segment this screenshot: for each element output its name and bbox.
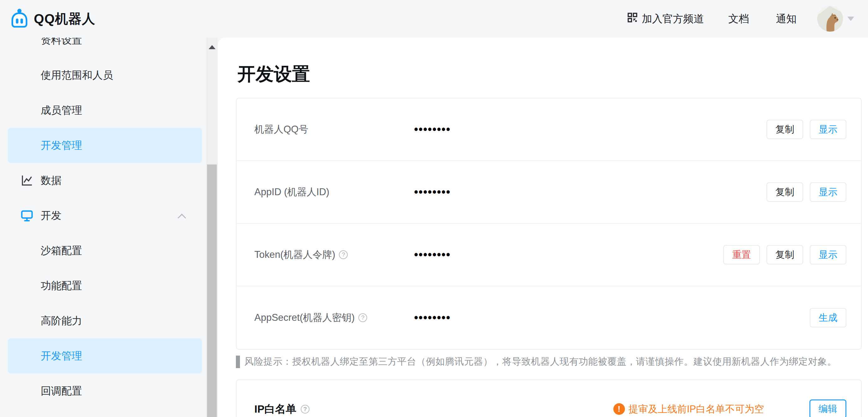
generate-button[interactable]: 生成	[810, 308, 846, 327]
row-label: Token(机器人令牌) ?	[254, 248, 414, 261]
risk-tip-bar	[236, 356, 240, 368]
masked-value: ••••••••	[414, 185, 451, 199]
warning-exclamation-icon: !	[613, 403, 625, 415]
robot-logo-icon	[9, 8, 29, 29]
show-button[interactable]: 显示	[810, 120, 846, 139]
sidebar-item-dev-management-1[interactable]: 开发管理	[8, 128, 202, 163]
risk-tip: 风险提示：授权机器人绑定至第三方平台（例如腾讯元器），将导致机器人现有功能被覆盖…	[236, 355, 862, 368]
row-label: AppID (机器人ID)	[254, 185, 414, 199]
reset-button[interactable]: 重置	[723, 245, 760, 264]
ip-whitelist-row: IP白名单 ? ! 提审及上线前IP白名单不可为空 编辑	[237, 380, 861, 417]
setting-row-appid: AppID (机器人ID) •••••••• 复制 显示	[237, 161, 861, 224]
sidebar-item-advanced-ability[interactable]: 高阶能力	[8, 303, 202, 338]
sidebar-item-dev-management-2[interactable]: 开发管理	[8, 338, 202, 374]
help-icon[interactable]: ?	[358, 313, 367, 322]
warning-text: 提审及上线前IP白名单不可为空	[629, 403, 764, 416]
sidebar-item-label: 使用范围和人员	[41, 68, 113, 82]
setting-row-token: Token(机器人令牌) ? •••••••• 重置 复制 显示	[237, 224, 861, 286]
main-content: 开发设置 机器人QQ号 •••••••• 复制 显示 AppID (机器人ID)…	[218, 38, 868, 417]
ip-whitelist-warning: ! 提审及上线前IP白名单不可为空	[613, 403, 764, 416]
nav-notice-label: 通知	[776, 12, 797, 26]
sidebar-item-feature-config[interactable]: 功能配置	[8, 268, 202, 303]
copy-button[interactable]: 复制	[767, 182, 803, 202]
dev-settings-card: 机器人QQ号 •••••••• 复制 显示 AppID (机器人ID) ••••…	[236, 98, 862, 350]
sidebar-item-label: 资料设置	[41, 38, 82, 47]
masked-value: ••••••••	[414, 123, 451, 136]
masked-value: ••••••••	[414, 311, 451, 324]
row-label: 机器人QQ号	[254, 123, 414, 136]
sidebar-item-data[interactable]: 数据	[8, 163, 202, 198]
app-logo: QQ机器人	[9, 8, 95, 29]
row-label: AppSecret(机器人密钥) ?	[254, 311, 414, 324]
copy-button[interactable]: 复制	[767, 120, 803, 139]
sidebar-item-label: 功能配置	[41, 279, 82, 293]
risk-tip-text: 风险提示：授权机器人绑定至第三方平台（例如腾讯元器），将导致机器人现有功能被覆盖…	[244, 355, 837, 368]
avatar-dropdown-caret[interactable]	[847, 17, 854, 21]
sidebar-nav: 资料设置 使用范围和人员 成员管理 开发管理	[0, 38, 206, 417]
help-icon[interactable]: ?	[301, 405, 309, 414]
ip-whitelist-title: IP白名单 ?	[254, 402, 309, 416]
nav-notice[interactable]: 通知	[776, 12, 797, 26]
nav-join-channel[interactable]: 加入官方频道	[627, 12, 704, 26]
chevron-up-icon[interactable]	[179, 214, 186, 220]
nav-docs[interactable]: 文档	[728, 12, 749, 26]
sidebar-item-label: 开发	[41, 209, 61, 223]
masked-value: ••••••••	[414, 248, 451, 261]
sidebar-item-label: 开发管理	[41, 349, 82, 363]
sidebar-item-label: 沙箱配置	[41, 244, 82, 258]
sidebar-item-label: 回调配置	[41, 384, 82, 398]
setting-row-qq-number: 机器人QQ号 •••••••• 复制 显示	[237, 98, 861, 161]
setting-row-appsecret: AppSecret(机器人密钥) ? •••••••• 生成	[237, 286, 861, 349]
chart-line-icon	[20, 174, 41, 187]
user-avatar[interactable]	[817, 6, 843, 32]
scrollbar-thumb[interactable]	[207, 165, 217, 417]
show-button[interactable]: 显示	[810, 245, 846, 264]
scrollbar-up-arrow-icon[interactable]	[209, 45, 216, 49]
monitor-icon	[20, 209, 41, 222]
sidebar-item-profile-settings[interactable]: 资料设置	[8, 38, 202, 58]
edit-button[interactable]: 编辑	[809, 399, 846, 417]
page-title: 开发设置	[238, 60, 862, 88]
sidebar-item-sandbox-config[interactable]: 沙箱配置	[8, 233, 202, 268]
qr-code-icon	[627, 12, 638, 26]
nav-docs-label: 文档	[728, 12, 749, 26]
sidebar-item-member-management[interactable]: 成员管理	[8, 93, 202, 128]
copy-button[interactable]: 复制	[767, 245, 803, 264]
nav-join-label: 加入官方频道	[642, 12, 704, 26]
ip-whitelist-card: IP白名单 ? ! 提审及上线前IP白名单不可为空 编辑	[236, 379, 862, 417]
sidebar-item-scope-members[interactable]: 使用范围和人员	[8, 58, 202, 93]
sidebar-item-label: 数据	[41, 174, 61, 188]
show-button[interactable]: 显示	[810, 182, 846, 202]
help-icon[interactable]: ?	[339, 250, 348, 259]
sidebar-item-callback-config[interactable]: 回调配置	[8, 374, 202, 409]
sidebar-scrollbar[interactable]	[206, 38, 218, 417]
sidebar-item-development[interactable]: 开发	[8, 198, 202, 233]
top-header: QQ机器人 加入官方频道 文档	[0, 0, 868, 38]
logo-title: QQ机器人	[34, 10, 95, 28]
sidebar-item-label: 高阶能力	[41, 314, 82, 328]
sidebar-item-label: 成员管理	[41, 103, 82, 118]
sidebar-item-label: 开发管理	[41, 139, 82, 153]
